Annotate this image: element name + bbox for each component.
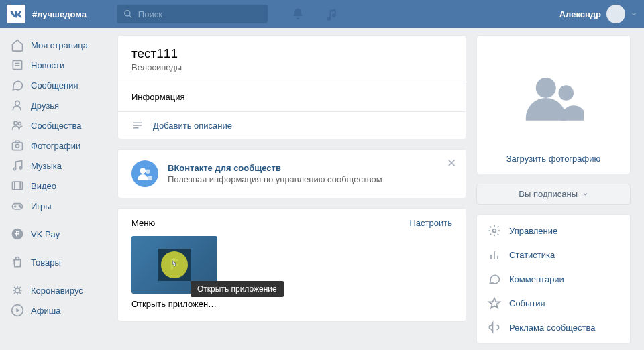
photo-placeholder — [487, 46, 620, 150]
svg-marker-32 — [16, 308, 19, 313]
info-label: Информация — [118, 82, 466, 111]
groups-icon — [11, 119, 24, 132]
cursor-highlight — [161, 251, 188, 278]
manage-list: Управление Статистика Комментарии Событи… — [476, 214, 631, 344]
virus-icon — [11, 284, 24, 297]
nav-label: Коронавирус — [31, 286, 83, 296]
svg-line-29 — [14, 292, 16, 294]
hashtag-label[interactable]: #лучшедома — [32, 9, 87, 19]
nav-label: VK Pay — [31, 229, 60, 239]
nav-goods[interactable]: Товары — [7, 252, 107, 272]
svg-point-37 — [146, 170, 150, 174]
manage-label: Статистика — [509, 250, 555, 260]
svg-line-30 — [19, 287, 21, 289]
bag-icon — [11, 255, 24, 269]
group-subtitle: Велосипеды — [131, 62, 452, 72]
svg-line-28 — [19, 292, 21, 294]
nav-covid[interactable]: Коронавирус — [7, 280, 107, 300]
nav-label: Афиша — [31, 306, 60, 316]
nav-my-page[interactable]: Моя страница — [7, 35, 107, 55]
sidebar: Моя страница Новости Сообщения Друзья Со… — [7, 35, 107, 344]
content: тест111 Велосипеды Информация Добавить о… — [117, 35, 466, 344]
upload-photo-link[interactable]: Загрузить фотографию — [506, 154, 601, 164]
nav-friends[interactable]: Друзья — [7, 95, 107, 115]
nav-messages[interactable]: Сообщения — [7, 75, 107, 95]
subscribed-button[interactable]: Вы подписаны — [476, 184, 631, 205]
star-icon — [488, 296, 501, 310]
video-icon — [11, 179, 24, 192]
svg-point-9 — [16, 144, 19, 148]
friends-icon — [11, 99, 24, 112]
close-icon[interactable]: ✕ — [447, 156, 456, 170]
play-icon — [11, 304, 24, 317]
svg-marker-44 — [489, 298, 500, 308]
promo-title[interactable]: ВКонтакте для сообществ — [168, 163, 382, 173]
menu-title: Меню — [131, 218, 155, 228]
manage-label: Реклама сообщества — [509, 323, 596, 333]
svg-rect-12 — [13, 182, 23, 190]
chevron-down-icon — [582, 191, 588, 197]
user-name: Алексндр — [559, 9, 601, 19]
search-wrap[interactable] — [117, 5, 268, 23]
search-icon — [123, 9, 133, 19]
svg-point-39 — [559, 85, 574, 101]
nav-label: Сообщения — [31, 80, 78, 91]
tooltip: Открыть приложение — [191, 281, 284, 297]
nav-groups[interactable]: Сообщества — [7, 115, 107, 135]
music-nav-icon — [11, 159, 24, 172]
app-label: Открыть приложен… — [131, 299, 217, 309]
vk-logo[interactable] — [7, 5, 25, 23]
manage-ads[interactable]: Реклама сообщества — [477, 315, 630, 339]
app-tile[interactable]: F Открыть приложение Открыть приложен… — [131, 236, 217, 309]
photo-card: Загрузить фотографию — [476, 35, 631, 174]
svg-text:₽: ₽ — [15, 230, 20, 237]
nav-video[interactable]: Видео — [7, 176, 107, 196]
add-desc-label: Добавить описание — [153, 121, 232, 131]
manage-label: Комментарии — [509, 274, 564, 284]
manage-events[interactable]: События — [477, 291, 630, 315]
manage-control[interactable]: Управление — [477, 219, 630, 243]
camera-icon — [11, 139, 24, 152]
nav-label: Музыка — [31, 161, 62, 171]
games-icon — [11, 199, 24, 213]
search-input[interactable] — [138, 9, 261, 19]
promo-text: Полезная информация по управлению сообще… — [168, 174, 382, 184]
gear-icon — [488, 224, 501, 237]
svg-point-7 — [18, 122, 21, 125]
add-description-button[interactable]: Добавить описание — [118, 112, 466, 139]
chevron-down-icon — [631, 11, 637, 17]
nav-games[interactable]: Игры — [7, 196, 107, 216]
comment-icon — [488, 272, 501, 286]
bell-icon[interactable] — [291, 7, 305, 21]
ruble-icon: ₽ — [11, 227, 24, 241]
app-thumbnail[interactable]: F Открыть приложение — [131, 236, 217, 294]
menu-header: Меню Настроить — [131, 218, 452, 228]
music-icon[interactable] — [325, 7, 338, 21]
promo-icon — [131, 160, 158, 187]
message-icon — [11, 78, 24, 92]
nav-label: Игры — [31, 201, 52, 211]
nav-news[interactable]: Новости — [7, 55, 107, 75]
svg-point-40 — [493, 229, 496, 233]
svg-rect-8 — [13, 143, 23, 150]
manage-label: События — [509, 298, 545, 308]
manage-stats[interactable]: Статистика — [477, 243, 630, 267]
nav-photos[interactable]: Фотографии — [7, 135, 107, 156]
menu-configure-link[interactable]: Настроить — [409, 218, 452, 228]
manage-comments[interactable]: Комментарии — [477, 267, 630, 291]
svg-point-0 — [125, 11, 130, 16]
nav-vkpay[interactable]: ₽VK Pay — [7, 224, 107, 244]
aside: Загрузить фотографию Вы подписаны Управл… — [476, 35, 631, 344]
nav-afisha[interactable]: Афиша — [7, 300, 107, 320]
svg-point-10 — [13, 168, 15, 170]
nav-label: Новости — [31, 60, 64, 70]
home-icon — [11, 38, 24, 52]
group-card: тест111 Велосипеды Информация Добавить о… — [117, 35, 466, 139]
main: тест111 Велосипеды Информация Добавить о… — [117, 35, 637, 344]
header: #лучшедома Алексндр — [0, 0, 644, 28]
avatar — [606, 5, 625, 23]
svg-point-11 — [19, 167, 21, 169]
header-user[interactable]: Алексндр — [559, 5, 637, 23]
nav-music[interactable]: Музыка — [7, 156, 107, 176]
svg-point-38 — [536, 78, 556, 98]
